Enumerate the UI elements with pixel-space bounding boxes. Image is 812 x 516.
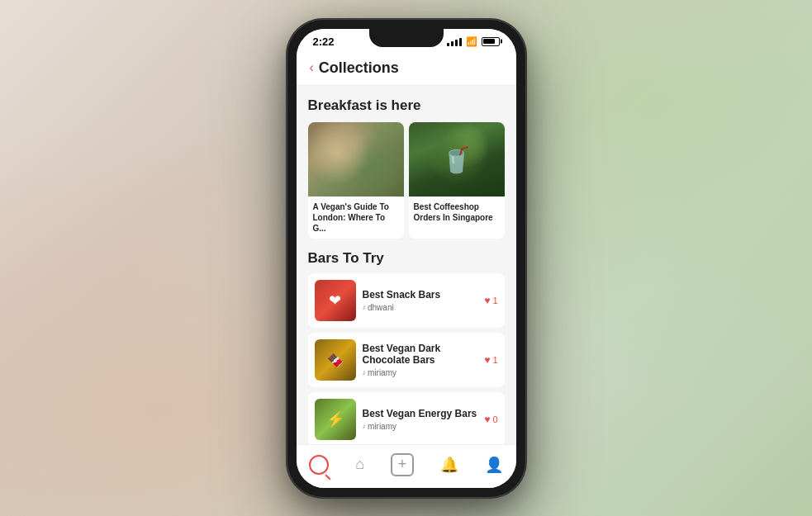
bar-3-info: Best Vegan Energy Bars ♪ miriamy: [363, 408, 478, 431]
bar-2-title: Best Vegan Dark Chocolate Bars: [363, 343, 478, 366]
breakfast-card-2[interactable]: Best Coffeeshop Orders In Singapore: [409, 122, 505, 239]
bar-2-author-name: miriamy: [368, 368, 397, 377]
breakfast-card-1[interactable]: A Vegan's Guide To London: Where To G...: [308, 122, 404, 239]
nav-search[interactable]: [309, 455, 329, 475]
profile-icon: 👤: [485, 456, 503, 474]
search-icon: [309, 455, 329, 475]
phone-shell: 2:22 📶 ‹ Collections: [287, 19, 526, 498]
breakfast-card-2-title: Best Coffeeshop Orders In Singapore: [409, 196, 505, 228]
page-title: Collections: [319, 59, 399, 77]
battery-icon: [482, 37, 500, 46]
bar-3-likes: ♥ 0: [484, 414, 497, 425]
list-item[interactable]: Best Vegan Energy Bars ♪ miriamy ♥ 0: [308, 392, 505, 444]
breakfast-image-2: [409, 122, 505, 196]
bar-1-author: ♪ dhwani: [363, 303, 478, 312]
nav-notifications[interactable]: 🔔: [440, 456, 458, 474]
nav-profile[interactable]: 👤: [485, 456, 503, 474]
bottom-nav: ⌂ + 🔔 👤: [297, 444, 516, 488]
nav-add[interactable]: +: [391, 453, 414, 476]
bar-2-info: Best Vegan Dark Chocolate Bars ♪ miriamy: [363, 343, 478, 377]
bar-1-likes: ♥ 1: [484, 295, 497, 306]
status-time: 2:22: [313, 36, 335, 48]
bar-2-likes-count: 1: [492, 355, 497, 365]
heart-icon: ♥: [484, 414, 490, 425]
add-icon: +: [391, 453, 414, 476]
bar-2-thumbnail: [315, 339, 356, 381]
list-item[interactable]: Best Snack Bars ♪ dhwani ♥ 1: [308, 273, 505, 328]
bar-3-title: Best Vegan Energy Bars: [363, 408, 478, 419]
bar-2-author: ♪ miriamy: [363, 368, 478, 377]
status-icons: 📶: [447, 36, 500, 47]
heart-icon: ♥: [484, 354, 490, 366]
nav-home[interactable]: ⌂: [355, 456, 364, 473]
author-icon: ♪: [363, 368, 367, 376]
battery-fill: [483, 39, 495, 44]
bars-section: Bars To Try Best Snack Bars ♪ dhwani ♥ 1: [297, 247, 516, 444]
bar-1-title: Best Snack Bars: [363, 289, 478, 301]
back-button[interactable]: ‹: [310, 60, 314, 75]
bar-3-author-name: miriamy: [368, 422, 397, 431]
bar-1-author-name: dhwani: [368, 303, 394, 312]
bar-3-thumbnail: [315, 399, 356, 440]
home-icon: ⌂: [355, 456, 364, 473]
heart-icon: ♥: [484, 295, 490, 306]
breakfast-grid: A Vegan's Guide To London: Where To G...…: [308, 122, 505, 239]
scroll-content[interactable]: Breakfast is here A Vegan's Guide To Lon…: [297, 86, 516, 444]
bar-3-author: ♪ miriamy: [363, 422, 478, 431]
phone-notch: [369, 29, 444, 47]
breakfast-section: Breakfast is here A Vegan's Guide To Lon…: [297, 86, 516, 247]
bar-1-info: Best Snack Bars ♪ dhwani: [363, 289, 478, 312]
bar-3-likes-count: 0: [492, 414, 497, 424]
wifi-icon: 📶: [466, 36, 477, 47]
author-icon: ♪: [363, 303, 367, 311]
phone-screen: 2:22 📶 ‹ Collections: [297, 29, 516, 488]
bars-section-title: Bars To Try: [308, 250, 505, 267]
author-icon: ♪: [363, 422, 367, 430]
bar-1-thumbnail: [315, 280, 356, 321]
breakfast-image-1: [308, 122, 404, 196]
bell-icon: 🔔: [440, 456, 458, 474]
list-item[interactable]: Best Vegan Dark Chocolate Bars ♪ miriamy…: [308, 333, 505, 387]
breakfast-section-title: Breakfast is here: [308, 97, 505, 114]
bar-1-likes-count: 1: [492, 296, 497, 305]
breakfast-card-1-title: A Vegan's Guide To London: Where To G...: [308, 196, 404, 239]
signal-icon: [447, 36, 462, 46]
app-header: ‹ Collections: [297, 51, 516, 86]
bar-2-likes: ♥ 1: [484, 354, 497, 366]
